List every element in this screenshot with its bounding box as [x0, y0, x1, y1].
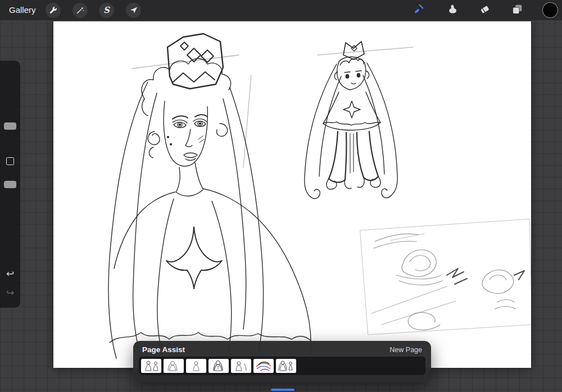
sketch-rough-scribbles — [360, 219, 531, 335]
procreate-app: { "top_bar": { "gallery_label": "Gallery… — [0, 0, 562, 392]
adjustments-button[interactable] — [72, 3, 88, 18]
redo-button[interactable]: ↪ — [0, 285, 20, 300]
page-thumbnail-3[interactable] — [186, 359, 206, 373]
canvas-artwork — [53, 21, 531, 368]
layers-icon — [511, 3, 523, 17]
gallery-button[interactable]: Gallery — [9, 0, 36, 20]
paint-brush-icon — [413, 3, 425, 17]
selection-s-icon: S — [103, 6, 110, 15]
opacity-slider[interactable] — [4, 181, 16, 188]
page-assist-title: Page Assist — [142, 345, 185, 354]
eraser-tool-button[interactable] — [477, 3, 492, 17]
magic-wand-icon — [75, 6, 85, 15]
transform-button[interactable] — [126, 3, 141, 18]
brush-tool-button[interactable] — [411, 3, 426, 17]
drawing-canvas[interactable] — [53, 21, 531, 368]
smudge-finger-icon — [447, 3, 459, 17]
modify-button[interactable] — [6, 157, 14, 165]
sketch-full-body-figure — [305, 42, 413, 198]
page-thumbnail-1[interactable] — [141, 359, 161, 373]
selection-button[interactable]: S — [99, 3, 114, 18]
page-thumbnail-7[interactable] — [276, 359, 296, 373]
page-thumbnail-6[interactable] — [253, 359, 274, 373]
brush-size-slider[interactable] — [4, 122, 16, 130]
page-thumbnail-strip — [139, 357, 425, 375]
transform-arrow-icon — [129, 6, 138, 15]
top-toolbar: Gallery S — [0, 0, 562, 20]
color-swatch-button[interactable] — [542, 2, 558, 18]
sketch-portrait — [108, 34, 311, 358]
undo-button[interactable]: ↩ — [0, 266, 20, 281]
page-assist-header: Page Assist New Page — [133, 341, 431, 357]
actions-button[interactable] — [46, 3, 61, 18]
sidebar-controls: ↩ ↪ — [0, 61, 20, 308]
new-page-button[interactable]: New Page — [389, 346, 422, 354]
page-thumbnail-4[interactable] — [209, 359, 229, 373]
eraser-icon — [479, 3, 491, 17]
layers-button[interactable] — [510, 3, 524, 17]
page-assist-panel: Page Assist New Page — [133, 341, 431, 382]
page-thumbnail-5[interactable] — [231, 359, 251, 373]
current-page-indicator — [271, 389, 294, 391]
smudge-tool-button[interactable] — [445, 3, 460, 17]
page-thumbnail-2[interactable] — [164, 359, 184, 373]
wrench-icon — [48, 6, 58, 15]
